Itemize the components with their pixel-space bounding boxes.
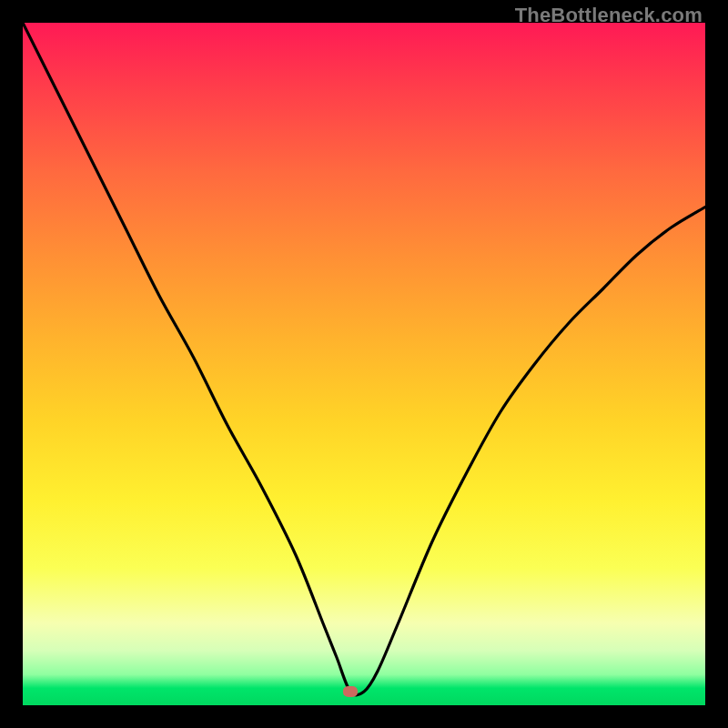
plot-area	[23, 23, 705, 705]
chart-frame: TheBottleneck.com	[0, 0, 728, 728]
bottleneck-curve	[23, 23, 705, 705]
optimal-point-marker	[343, 686, 358, 697]
